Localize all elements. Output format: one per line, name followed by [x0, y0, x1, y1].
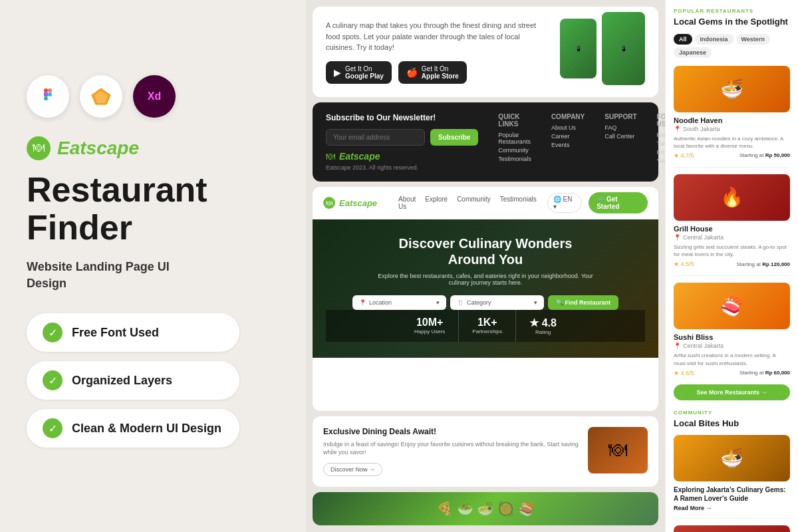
nav-community[interactable]: Community — [457, 196, 491, 210]
chevron-location: ▾ — [436, 299, 440, 306]
link-twitter[interactable]: Twitter — [657, 140, 665, 147]
left-panel: Xd 🍽 Eatscape Restaurant Finder Website … — [0, 0, 306, 532]
apple-icon: 🍎 — [406, 67, 418, 78]
apple-store-button[interactable]: 🍎 Get It OnApple Store — [398, 61, 467, 84]
restaurant-img-noodle: 🍜 — [674, 66, 790, 112]
footer-copyright: Eatscape 2023. All rights reserved. — [326, 164, 478, 171]
company-list: About Us Career Events — [551, 124, 585, 148]
main-title: Restaurant Finder — [27, 171, 279, 247]
location-pin-icon: 📍 — [674, 126, 681, 132]
check-icon-organized-layers: ✓ — [43, 370, 63, 390]
feature-label-free-font: Free Font Used — [72, 326, 159, 340]
community-post-image-2: 🥢 — [674, 525, 790, 532]
hero-title: Discover Culinary WondersAround You — [399, 235, 573, 267]
restaurant-location-noodle: 📍 South Jakarta — [674, 126, 790, 132]
app-promo-text: A culinary map that takes you through th… — [326, 20, 549, 84]
divider-1 — [674, 167, 790, 168]
footer-brand-name: Eatscape — [339, 151, 380, 162]
find-restaurant-button[interactable]: 🔍 Find Restaurant — [548, 295, 618, 310]
post-title: Exploring Jakarta's Culinary Gems: A Ram… — [674, 485, 790, 503]
app-mockup: 📱 📱 — [560, 19, 645, 85]
google-play-button[interactable]: ▶ Get It OnGoogle Play — [326, 61, 392, 84]
link-callcenter[interactable]: Call Center — [604, 133, 636, 140]
link-popular[interactable]: Popular Restaurants — [498, 132, 531, 145]
follows-list: Facebook Twitter Instagram Youtube — [657, 132, 665, 164]
company-title: Company — [551, 113, 585, 120]
link-facebook[interactable]: Facebook — [657, 132, 665, 138]
brand-logo: 🍽 — [27, 136, 51, 160]
filter-tab-indonesia[interactable]: Indonesia — [695, 34, 733, 45]
restaurant-img-sushi: 🍣 — [674, 283, 790, 329]
hero-banner: Discover Culinary WondersAround You Expl… — [313, 219, 658, 358]
stat-partnerships-number: 1K+ — [472, 317, 502, 329]
site-brand-name: Eatscape — [339, 198, 377, 208]
read-more-link[interactable]: Read More → — [674, 505, 790, 511]
restaurant-price-grill: Starting at Rp 120,000 — [737, 261, 791, 267]
link-faq[interactable]: FAQ — [604, 124, 636, 131]
nav-explore[interactable]: Explore — [425, 196, 448, 210]
divider-2 — [674, 275, 790, 276]
nav-about[interactable]: About Us — [398, 196, 416, 210]
link-instagram[interactable]: Instagram — [657, 149, 665, 156]
section-title-right: Local Gems in the Spotlight — [674, 17, 790, 27]
restaurant-name-sushi: Sushi Bliss — [674, 333, 790, 341]
store-buttons: ▶ Get It OnGoogle Play 🍎 Get It OnApple … — [326, 61, 549, 84]
footer-logo-icon: 🍽 — [326, 151, 335, 162]
chevron-category: ▾ — [534, 299, 537, 306]
filter-tab-all[interactable]: All — [674, 34, 692, 45]
restaurant-card-sushi: 🍣 Sushi Bliss 📍 Central Jakarta Artful s… — [674, 283, 790, 376]
restaurant-price-row-grill: ★ 4.5/5 Starting at Rp 120,000 — [674, 261, 790, 267]
filter-tab-japanese[interactable]: Japanese — [674, 47, 712, 58]
link-career[interactable]: Career — [551, 133, 585, 140]
footer-company: Company About Us Career Events — [551, 113, 585, 171]
quick-links-title: Quick Links — [498, 113, 531, 128]
restaurant-desc-grill: Sizzling grills and succulent steaks. A … — [674, 243, 790, 258]
nav-right: 🌐 EN ▾ 🛒 Get Started — [547, 192, 648, 213]
link-youtube[interactable]: Youtube — [657, 158, 665, 164]
category-field[interactable]: 🍴 Category ▾ — [450, 295, 544, 310]
bottom-strip: 🍕 🥗 🍜 🥘 🍣 — [313, 492, 658, 525]
quick-links-list: Popular Restaurants Community Testimonia… — [498, 132, 531, 162]
restaurant-price-sushi: Starting at Rp 60,000 — [739, 370, 790, 376]
restaurant-stars-grill: ★ 4.5/5 — [674, 261, 694, 267]
follows-title: Follows Us — [657, 113, 665, 128]
link-community[interactable]: Community — [498, 147, 531, 154]
check-icon-modern-ui: ✓ — [43, 418, 63, 438]
deal-desc: Indulge in a feast of savings! Enjoy you… — [323, 440, 580, 457]
filter-tab-western[interactable]: Western — [736, 34, 770, 45]
nav-testimonials[interactable]: Testimonials — [500, 196, 537, 210]
deal-card: Exclusive Dining Deals Await! Indulge in… — [313, 416, 658, 487]
middle-panel: A culinary map that takes you through th… — [306, 0, 665, 532]
subscribe-button[interactable]: Subscribe — [430, 129, 478, 146]
svg-rect-3 — [48, 92, 52, 96]
restaurant-img-grill: 🔥 — [674, 174, 790, 221]
get-started-button[interactable]: 🛒 Get Started — [589, 192, 648, 213]
play-icon: ▶ — [334, 67, 341, 78]
restaurant-card-grill: 🔥 Grill House 📍 Central Jakarta Sizzling… — [674, 174, 790, 267]
restaurant-location-sushi: 📍 Central Jakarta — [674, 342, 790, 349]
link-testimonials[interactable]: Testimonials — [498, 156, 531, 162]
email-input[interactable] — [326, 129, 425, 146]
subtitle: Website Landing Page UIDesign — [27, 259, 279, 292]
discover-now-button[interactable]: Discover Now → — [323, 463, 382, 476]
restaurant-price-row-sushi: ★ 4.6/5 Starting at Rp 60,000 — [674, 370, 790, 376]
footer-brand-row: 🍽 Eatscape — [326, 151, 478, 162]
svg-rect-1 — [48, 88, 52, 92]
support-list: FAQ Call Center — [604, 124, 636, 140]
location-pin-icon-2: 📍 — [674, 234, 681, 241]
link-events[interactable]: Events — [551, 142, 585, 148]
see-more-restaurants-button[interactable]: See More Restaurants → — [674, 384, 790, 400]
newsletter-title: Subscribe to Our Newsletter! — [326, 113, 478, 122]
link-about[interactable]: About Us — [551, 124, 585, 131]
location-field[interactable]: 📍 Location ▾ — [352, 295, 446, 310]
language-button[interactable]: 🌐 EN ▾ — [547, 193, 582, 213]
footer-section: Subscribe to Our Newsletter! Subscribe 🍽… — [313, 102, 658, 182]
footer-support: Support FAQ Call Center — [604, 113, 636, 171]
stat-partnerships-label: Partnerships — [472, 329, 502, 334]
tool-icons-row: Xd — [27, 75, 279, 118]
location-icon: 📍 — [359, 299, 366, 306]
restaurant-stars-sushi: ★ 4.6/5 — [674, 370, 694, 376]
deal-food-visual: 🍽 — [588, 427, 648, 473]
search-bar: 📍 Location ▾ 🍴 Category ▾ 🔍 Find Restaur… — [352, 295, 618, 310]
stat-partnerships: 1K+ Partnerships — [459, 310, 516, 342]
